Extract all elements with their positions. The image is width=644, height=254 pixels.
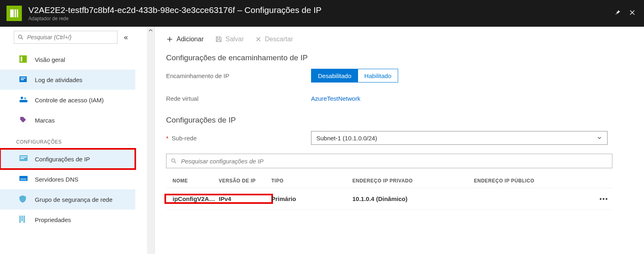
svg-rect-20 — [23, 216, 25, 223]
svg-rect-9 — [21, 79, 24, 80]
sidebar-scrollbar[interactable] — [147, 27, 154, 254]
svg-rect-5 — [19, 55, 27, 63]
sidebar-item-nsg[interactable]: Grupo de segurança de rede — [0, 189, 135, 210]
tag-icon — [19, 116, 27, 125]
cell-private: 10.1.0.4 (Dinâmico) — [352, 195, 474, 202]
subnet-value: Subnet-1 (10.1.0.0/24) — [316, 135, 377, 142]
forwarding-label: Encaminhamento de IP — [166, 72, 311, 79]
svg-rect-0 — [10, 9, 14, 17]
sidebar-item-label: Propriedades — [35, 216, 71, 223]
subnet-select[interactable]: Subnet-1 (10.1.0.0/24) — [311, 131, 608, 145]
sidebar: « Visão geral Log de atividades Controle… — [0, 27, 155, 254]
svg-rect-6 — [21, 57, 22, 61]
cell-type: Primário — [271, 195, 352, 202]
svg-point-11 — [24, 97, 26, 99]
sidebar-item-activity-log[interactable]: Log de atividades — [0, 70, 135, 90]
sidebar-section-header: CONFIGURAÇÕES — [0, 130, 135, 149]
discard-icon — [255, 36, 262, 42]
blade-header: V2AE2E2-testfb7c8bf4-ec2d-433b-98ec-3e3c… — [0, 0, 644, 27]
cell-name: ipConfigV2A… — [166, 195, 219, 202]
vnet-link[interactable]: AzureTestNetwork — [311, 95, 360, 102]
dns-icon: www — [19, 176, 28, 183]
main-content: Adicionar Salvar Descartar Configurações… — [155, 27, 644, 254]
svg-point-10 — [21, 97, 23, 99]
svg-rect-8 — [21, 78, 26, 78]
col-type: TIPO — [271, 178, 352, 184]
save-button[interactable]: Salvar — [215, 36, 244, 43]
svg-rect-19 — [21, 216, 23, 221]
scroll-up-icon[interactable] — [147, 27, 154, 34]
svg-rect-14 — [20, 157, 27, 157]
pin-icon[interactable] — [614, 9, 621, 18]
add-button[interactable]: Adicionar — [166, 36, 204, 43]
svg-line-22 — [175, 162, 176, 163]
save-label: Salvar — [226, 36, 244, 43]
section-ipconfig-title: Configurações de IP — [166, 116, 628, 125]
overview-icon — [19, 55, 27, 64]
ipconfig-icon — [19, 155, 28, 163]
svg-line-4 — [21, 38, 23, 39]
add-label: Adicionar — [177, 36, 204, 43]
sidebar-item-label: Marcas — [35, 117, 55, 124]
cell-version: IPv4 — [219, 195, 271, 202]
search-icon — [17, 34, 24, 40]
page-title: V2AE2E2-testfb7c8bf4-ec2d-433b-98ec-3e3c… — [28, 5, 614, 15]
svg-point-3 — [19, 35, 22, 38]
sidebar-item-dns[interactable]: www Servidores DNS — [0, 169, 135, 189]
plus-icon — [166, 36, 173, 43]
save-icon — [215, 36, 222, 43]
toolbar: Adicionar Salvar Descartar — [166, 32, 628, 46]
shield-icon — [19, 195, 26, 204]
sidebar-item-label: Servidores DNS — [35, 176, 79, 183]
subnet-label: *Sub-rede — [166, 135, 311, 142]
svg-rect-18 — [19, 216, 21, 223]
svg-rect-2 — [17, 9, 18, 17]
sidebar-item-overview[interactable]: Visão geral — [0, 49, 135, 70]
sidebar-item-label: Configurações de IP — [35, 156, 90, 163]
discard-button[interactable]: Descartar — [255, 36, 293, 43]
properties-icon — [19, 216, 26, 224]
log-icon — [19, 76, 27, 84]
ipconfig-search-input[interactable] — [181, 158, 608, 165]
resource-icon — [6, 6, 22, 21]
ipconfig-table: NOME VERSÃO DE IP TIPO ENDEREÇO IP PRIVA… — [166, 174, 612, 210]
sidebar-item-ip-configs[interactable]: Configurações de IP — [0, 149, 135, 169]
discard-label: Descartar — [265, 36, 293, 43]
sidebar-item-label: Grupo de segurança de rede — [35, 196, 113, 203]
svg-rect-1 — [15, 9, 16, 17]
toggle-disabled[interactable]: Desabilitado — [311, 69, 358, 82]
close-icon[interactable] — [629, 9, 636, 18]
sidebar-item-tags[interactable]: Marcas — [0, 110, 135, 130]
toggle-enabled[interactable]: Habilitado — [358, 69, 398, 82]
section-forwarding-title: Configurações de encaminhamento de IP — [166, 53, 628, 62]
sidebar-item-label: Visão geral — [35, 56, 65, 63]
svg-rect-15 — [20, 158, 24, 159]
ip-forwarding-toggle[interactable]: Desabilitado Habilitado — [311, 69, 398, 83]
svg-point-21 — [172, 159, 175, 162]
sidebar-item-label: Controle de acesso (IAM) — [35, 97, 104, 104]
row-more-button[interactable]: ••• — [587, 195, 612, 202]
col-public: ENDEREÇO IP PÚBLICO — [474, 178, 587, 184]
sidebar-item-iam[interactable]: Controle de acesso (IAM) — [0, 90, 135, 110]
ipconfig-search[interactable] — [166, 154, 612, 168]
sidebar-item-label: Log de atividades — [35, 76, 83, 83]
table-row[interactable]: ipConfigV2A… IPv4 Primário 10.1.0.4 (Din… — [166, 188, 612, 210]
chevron-down-icon — [597, 135, 602, 141]
search-icon — [171, 158, 177, 164]
sidebar-search[interactable] — [14, 31, 117, 44]
svg-text:www: www — [20, 178, 27, 180]
sidebar-item-properties[interactable]: Propriedades — [0, 210, 135, 230]
svg-rect-12 — [19, 100, 28, 102]
sidebar-search-input[interactable] — [27, 34, 114, 40]
col-version: VERSÃO DE IP — [219, 178, 271, 184]
col-name: NOME — [166, 178, 219, 184]
collapse-sidebar-icon[interactable]: « — [122, 33, 130, 42]
people-icon — [19, 96, 28, 104]
page-subtitle: Adaptador de rede — [28, 16, 614, 21]
vnet-label: Rede virtual — [166, 95, 311, 102]
col-private: ENDEREÇO IP PRIVADO — [352, 178, 474, 184]
